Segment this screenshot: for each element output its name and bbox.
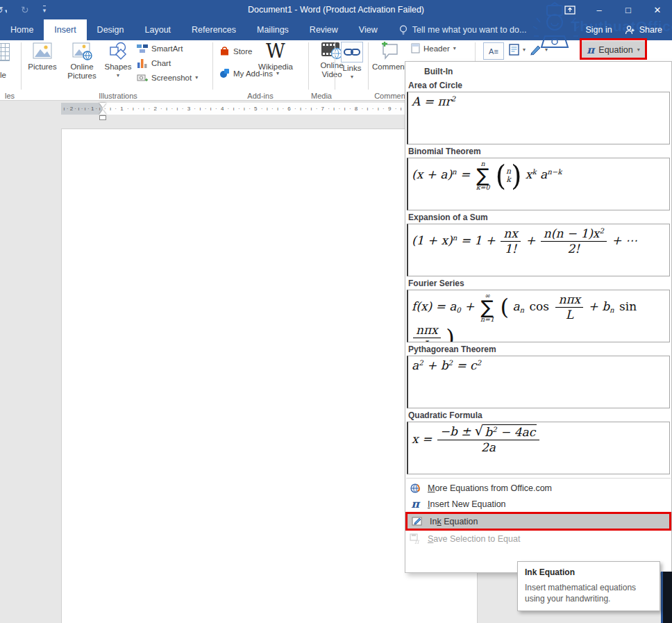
smartart-button[interactable]: SmartArt [137, 44, 183, 53]
equation-item-quadratic-formula[interactable]: x = −b ± √b2 − 4ac2a [407, 422, 670, 474]
quick-access-toolbar[interactable]: ↺▾ ↻ ▾ [0, 0, 46, 19]
menu-item-more-equations[interactable]: More Equations from Office.com [405, 480, 671, 496]
pictures-button[interactable]: Pictures [24, 42, 61, 72]
tab-review[interactable]: Review [299, 19, 348, 40]
quick-parts-button[interactable]: ▾ [509, 44, 526, 56]
section-title-expansion-of-a-sum: Expansion of a Sum [407, 210, 670, 224]
wordart-pen-icon [529, 44, 541, 56]
shapes-button[interactable]: Shapes ▾ [103, 42, 133, 78]
minimize-button[interactable]: – [585, 0, 614, 19]
equation-item-pythagorean-theorem[interactable]: a2 + b2 = c2 [407, 356, 670, 408]
equation-formula: (x + a)n = n∑k=0 (nk) xk an−k [412, 167, 562, 181]
links-button[interactable]: Links ▾ [337, 42, 367, 80]
tab-view[interactable]: View [348, 19, 388, 40]
ribbon-display-options-icon[interactable] [555, 0, 585, 19]
menu-item-label: More Equations from Office.com [428, 483, 552, 493]
equation-formula: x = −b ± √b2 − 4ac2a [412, 432, 541, 446]
tab-layout[interactable]: Layout [135, 19, 182, 40]
shapes-dropdown-icon[interactable]: ▾ [117, 73, 119, 78]
svg-text:π: π [414, 538, 420, 545]
screenshot-dropdown-icon[interactable]: ▾ [195, 75, 198, 81]
quick-parts-dropdown-icon[interactable]: ▾ [523, 47, 526, 53]
comment-icon [379, 42, 400, 61]
maximize-button[interactable]: □ [614, 0, 643, 19]
addins-group-label: Add-ins [212, 92, 308, 100]
shapes-icon [108, 42, 128, 61]
equation-formula: f(x) = a0 + ∞∑n=1 ( an cos nπxL + bn sin… [412, 299, 638, 342]
gallery-section-fourier-series: Fourier Seriesf(x) = a0 + ∞∑n=1 ( an cos… [405, 276, 671, 342]
wikipedia-icon: W [266, 42, 285, 61]
close-button[interactable]: ✕ [643, 0, 672, 19]
menu-item-label: Ink Equation [430, 517, 478, 526]
pi-icon: π [409, 497, 421, 510]
equation-button[interactable]: π Equation ▾ [582, 41, 645, 59]
share-person-icon [625, 25, 635, 35]
ink-pen-icon [411, 516, 423, 526]
gallery-section-pythagorean-theorem: Pythagorean Theorema2 + b2 = c2 [405, 342, 671, 408]
ink-equation-tooltip: Ink Equation Insert mathematical equatio… [517, 561, 660, 611]
menu-item-label: Save Selection to Equat [428, 534, 520, 544]
hanging-indent-marker[interactable] [99, 110, 106, 115]
title-bar: ↺▾ ↻ ▾ Document1 - Word (Product Activat… [0, 0, 672, 19]
equation-item-expansion-of-a-sum[interactable]: (1 + x)n = 1 + nx1! + n(n − 1)x22! + ⋯ [407, 224, 670, 276]
menu-item-ink-equation[interactable]: Ink Equation [405, 512, 671, 531]
online-pictures-button[interactable]: Online Pictures [62, 42, 101, 81]
ribbon-tab-row: HomeInsertDesignLayoutReferencesMailings… [0, 19, 672, 40]
section-title-binomial-theorem: Binomial Theorem [407, 144, 670, 158]
links-dropdown-icon[interactable]: ▾ [351, 74, 353, 80]
screenshot-icon [137, 73, 148, 83]
tell-me-label: Tell me what you want to do... [412, 25, 527, 35]
gallery-header: Built-In [405, 62, 671, 78]
header-dropdown-icon[interactable]: ▾ [453, 46, 456, 51]
chart-icon [137, 58, 148, 68]
equation-item-area-of-circle[interactable]: A = πr2 [407, 92, 670, 144]
gallery-section-binomial-theorem: Binomial Theorem(x + a)n = n∑k=0 (nk) xk… [405, 144, 671, 210]
tab-insert[interactable]: Insert [44, 19, 86, 40]
section-title-quadratic-formula: Quadratic Formula [407, 408, 670, 422]
office-globe-icon [409, 483, 421, 494]
gallery-section-quadratic-formula: Quadratic Formulax = −b ± √b2 − 4ac2a [405, 408, 671, 474]
menu-separator [406, 478, 671, 479]
chart-button[interactable]: Chart [137, 58, 171, 68]
equation-item-binomial-theorem[interactable]: (x + a)n = n∑k=0 (nk) xk an−k [407, 158, 670, 210]
repeat-icon[interactable]: ↻ [21, 4, 29, 15]
section-title-area-of-circle: Area of Circle [407, 78, 670, 92]
tab-design[interactable]: Design [87, 19, 135, 40]
table-grid-icon [0, 43, 10, 61]
share-label: Share [639, 25, 662, 35]
comment-button[interactable]: Comment [371, 42, 408, 72]
sign-in-button[interactable]: Sign in [585, 19, 612, 40]
tab-mailings[interactable]: Mailings [246, 19, 299, 40]
text-box-button[interactable]: A≡ [483, 42, 504, 60]
tables-group-label: les [0, 92, 19, 100]
my-addins-icon [219, 68, 230, 78]
menu-item-insert-new-equation[interactable]: πInsert New Equation [405, 496, 671, 512]
header-button[interactable]: Header ▾ [411, 43, 456, 53]
section-title-fourier-series: Fourier Series [407, 276, 670, 290]
tell-me-box[interactable]: Tell me what you want to do... [399, 19, 527, 40]
share-button[interactable]: Share [625, 19, 662, 40]
equation-pi-icon: π [587, 44, 594, 56]
quick-parts-icon [509, 44, 519, 56]
wikipedia-button[interactable]: W Wikipedia [254, 42, 297, 72]
header-icon [411, 43, 420, 53]
tab-home[interactable]: Home [0, 19, 44, 40]
store-button[interactable]: Store [219, 46, 253, 56]
wordart-button[interactable]: ▾ [529, 44, 548, 56]
indent-markers[interactable] [99, 103, 107, 115]
horizontal-ruler[interactable]: ı · 2 · ı · ı · 1 · ı · ı · 1 · ı · ı · … [61, 103, 406, 115]
first-line-indent-marker[interactable] [99, 103, 106, 108]
equation-dropdown-icon[interactable]: ▾ [637, 47, 640, 53]
screenshot-button[interactable]: Screenshot ▾ [137, 73, 198, 83]
online-pictures-icon [72, 42, 92, 61]
wordart-dropdown-icon[interactable]: ▾ [545, 47, 548, 53]
tab-references[interactable]: References [181, 19, 246, 40]
ruler-scale: · ı · 1 · ı · ı · 2 · ı · ı · 3 · ı · ı … [104, 103, 406, 115]
store-icon [219, 46, 230, 56]
equation-formula: (1 + x)n = 1 + nx1! + n(n − 1)x22! + ⋯ [412, 233, 637, 247]
customize-quick-access-icon[interactable]: ▾ [43, 6, 47, 14]
left-indent-marker[interactable] [99, 115, 106, 120]
equation-item-fourier-series[interactable]: f(x) = a0 + ∞∑n=1 ( an cos nπxL + bn sin… [407, 290, 670, 342]
text-box-icon: A≡ [483, 42, 504, 60]
undo-icon[interactable]: ↺▾ [0, 5, 7, 15]
